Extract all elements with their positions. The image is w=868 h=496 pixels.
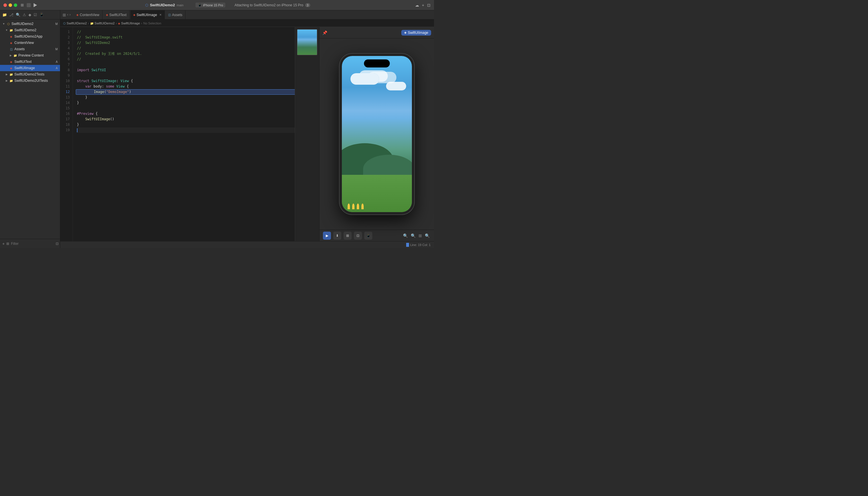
mini-thumbnail (297, 29, 317, 55)
devices-icon: 📱 (39, 13, 44, 17)
sidebar-toggle-icon[interactable]: ⊞ (21, 3, 24, 7)
grid-button[interactable]: ⊞ (344, 232, 352, 240)
code-line-11: var body: some View { (77, 84, 295, 89)
code-line-1: // (77, 29, 295, 35)
breadcrumb-group[interactable]: 📁 SwiftUIDemo2 (90, 21, 114, 25)
line-num: 10 (63, 78, 70, 84)
split-view-icon[interactable]: ⊡ (427, 3, 431, 7)
filter-settings-icon[interactable]: ⊡ (56, 242, 59, 246)
code-line-17: SwiftUIImage() (77, 117, 295, 122)
device-icon: 📱 (198, 3, 202, 7)
main-layout: 📁 ⎇ 🔍 ⚠ ◆ ☑ 📱 ▼ ⬡ SwiftUIDemo2 M ▼ 📁 Swi… (0, 10, 434, 248)
line-num-active: 12 (63, 89, 70, 95)
stop-button[interactable] (27, 3, 31, 7)
sidebar-item-assets[interactable]: ◫ Assets M (0, 46, 60, 52)
device-label: iPhone 15 Pro (203, 3, 223, 7)
preview-controls: ▶ ⬇ ⊞ ⊡ 📱 (323, 232, 372, 240)
sidebar-item-root[interactable]: ▼ ⬡ SwiftUIDemo2 M (0, 21, 60, 27)
grass (342, 175, 412, 212)
attaching-count: 3 (305, 3, 310, 7)
zoom-fit-button[interactable]: ⊞ (418, 233, 423, 238)
device-rotate-button[interactable]: ⊡ (354, 232, 362, 240)
cursor-position: Line: 19 Col: 1 (410, 243, 431, 247)
maximize-button[interactable] (14, 3, 17, 7)
traffic-lights (3, 3, 17, 7)
line-num: 2 (63, 35, 70, 40)
tab-label: SwiftUIText (109, 13, 127, 17)
disclosure-icon: ▶ (9, 54, 12, 57)
nav-forward-icon[interactable]: › (69, 13, 71, 17)
add-icon[interactable]: + (2, 242, 4, 246)
tab-swiftuiText[interactable]: ◈ SwiftUIText (103, 10, 130, 19)
zoom-100-button[interactable]: 🔍 (424, 233, 431, 238)
cloud-icon[interactable]: ☁ (415, 3, 419, 7)
sidebar-assets-label: Assets (14, 47, 25, 51)
code-line-2: // SwiftUIImage.swift (77, 35, 295, 40)
source-control-icon: ⎇ (9, 13, 14, 17)
cursor-indicator (406, 243, 409, 247)
sidebar-toolbar: 📁 ⎇ 🔍 ⚠ ◆ ☑ 📱 (0, 10, 60, 19)
code-line-5: // Created by 王维 on 2024/5/1. (77, 51, 295, 57)
sidebar-item-app[interactable]: ◈ SwiftUIDemo2App (0, 33, 60, 40)
swift-icon: ◈ (9, 41, 13, 45)
swift-icon: ◈ (9, 66, 13, 70)
nav-back-icon[interactable]: ‹ (67, 13, 68, 17)
breadcrumb-sep: › (88, 21, 89, 25)
breadcrumb-project[interactable]: ⬡ SwiftUIDemo2 (63, 21, 87, 25)
code-line-4: // (77, 46, 295, 51)
sidebar-item-swiftuiimage[interactable]: ◈ SwiftUIImage A (0, 65, 60, 71)
sidebar-item-group[interactable]: ▼ 📁 SwiftUIDemo2 (0, 27, 60, 33)
line-num: 18 (63, 122, 70, 127)
tab-contentview[interactable]: ◈ ContentView (74, 10, 103, 19)
code-line-10: struct SwiftUIImage: View { (77, 78, 295, 84)
code-line-13: } (77, 95, 295, 100)
breadcrumb-file[interactable]: ◈ SwiftUIImage (118, 21, 140, 25)
line-num: 7 (63, 62, 70, 67)
code-line-14: } (77, 100, 295, 106)
tab-label: SwiftUIImage (137, 13, 157, 17)
title-bar: ⊞ ⬡ SwiftUIDemo2 main 📱 iPhone 15 Pro At… (0, 0, 434, 10)
zoom-out-button[interactable]: 🔍 (402, 233, 409, 238)
pin-button[interactable]: 📌 (322, 30, 327, 35)
line-num: 17 (63, 117, 70, 122)
filter-input[interactable] (11, 242, 54, 246)
close-button[interactable] (3, 3, 7, 7)
zoom-in-button[interactable]: 🔍 (410, 233, 417, 238)
screenshot-button[interactable]: ⬇ (333, 232, 341, 240)
tab-nav: ⊞ ‹ › (63, 13, 71, 17)
line-num: 4 (63, 46, 70, 51)
breadcrumb-selection[interactable]: No Selection (143, 21, 161, 25)
breadcrumb-bar: ⬡ SwiftUIDemo2 › 📁 SwiftUIDemo2 › ◈ Swif… (60, 19, 434, 27)
assets-icon: ◫ (9, 47, 13, 51)
code-content[interactable]: // // SwiftUIImage.swift // SwiftUIDemo2… (73, 27, 295, 241)
play-preview-button[interactable]: ▶ (323, 232, 331, 240)
inspect-button[interactable]: 📱 (364, 232, 372, 240)
tab-swiftuiimage[interactable]: ◈ SwiftUIImage ✕ (130, 10, 165, 19)
project-icon: ⬡ (63, 22, 66, 25)
preview-file-button[interactable]: ◈ SwiftUIImage (401, 30, 431, 35)
split-layout-icon[interactable]: ⊞ (63, 13, 66, 17)
code-line-9 (77, 73, 295, 78)
sidebar-item-tests[interactable]: ▶ 📁 SwiftUIDemo2Tests (0, 71, 60, 78)
sidebar-item-preview-content[interactable]: ▶ 📁 Preview Content (0, 52, 60, 59)
filter-icon: ⊞ (6, 242, 9, 246)
line-num: 9 (63, 73, 70, 78)
tab-close-icon[interactable]: ✕ (159, 13, 161, 16)
sidebar-item-contentview[interactable]: ◈ ContentView (0, 40, 60, 46)
line-num: 13 (63, 95, 70, 100)
sidebar-item-uitests[interactable]: ▶ 📁 SwiftUIDemo2UITests (0, 78, 60, 84)
device-selector[interactable]: 📱 iPhone 15 Pro (196, 3, 225, 7)
line-num: 14 (63, 100, 70, 106)
project-name: SwiftUIDemo2 (150, 3, 175, 7)
add-icon[interactable]: + (422, 3, 424, 7)
code-editor[interactable]: 1 2 3 4 5 6 7 8 9 10 11 12 13 14 (60, 27, 295, 241)
sidebar-content: ▼ ⬡ SwiftUIDemo2 M ▼ 📁 SwiftUIDemo2 ◈ Sw… (0, 19, 60, 239)
flower-1 (347, 203, 350, 209)
minimize-button[interactable] (9, 3, 12, 7)
sidebar-item-swiftuiText[interactable]: ◈ SwiftUIText A (0, 59, 60, 65)
attaching-status: Attaching to SwiftUIDemo2 on iPhone 15 P… (234, 3, 303, 7)
run-button[interactable] (34, 3, 37, 7)
tab-assets[interactable]: ◫ Assets (165, 10, 185, 19)
line-num: 8 (63, 67, 70, 73)
sidebar-image-badge: A (56, 66, 58, 70)
